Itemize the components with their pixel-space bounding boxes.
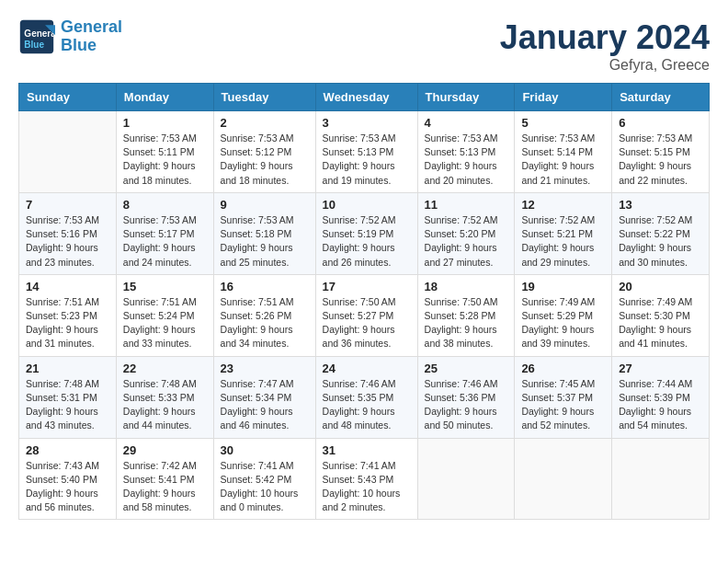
day-cell: 13Sunrise: 7:52 AM Sunset: 5:22 PM Dayli…: [612, 192, 710, 274]
day-cell: 4Sunrise: 7:53 AM Sunset: 5:13 PM Daylig…: [417, 111, 515, 193]
day-cell: 11Sunrise: 7:52 AM Sunset: 5:20 PM Dayli…: [417, 192, 515, 274]
day-cell: 28Sunrise: 7:43 AM Sunset: 5:40 PM Dayli…: [19, 438, 117, 520]
day-cell: 12Sunrise: 7:52 AM Sunset: 5:21 PM Dayli…: [515, 192, 612, 274]
day-cell: [515, 438, 612, 520]
day-info: Sunrise: 7:52 AM Sunset: 5:19 PM Dayligh…: [323, 213, 411, 270]
day-info: Sunrise: 7:46 AM Sunset: 5:35 PM Dayligh…: [323, 377, 411, 433]
day-number: 21: [26, 362, 109, 375]
day-number: 27: [619, 362, 702, 375]
day-info: Sunrise: 7:53 AM Sunset: 5:15 PM Dayligh…: [619, 132, 702, 188]
day-number: 10: [323, 198, 411, 212]
day-number: 26: [521, 362, 605, 375]
day-number: 20: [619, 280, 702, 293]
day-info: Sunrise: 7:50 AM Sunset: 5:27 PM Dayligh…: [323, 295, 411, 351]
day-info: Sunrise: 7:53 AM Sunset: 5:14 PM Dayligh…: [521, 132, 605, 188]
logo-icon: General Blue: [18, 18, 55, 55]
day-info: Sunrise: 7:48 AM Sunset: 5:31 PM Dayligh…: [26, 377, 109, 433]
week-row-5: 28Sunrise: 7:43 AM Sunset: 5:40 PM Dayli…: [19, 438, 710, 520]
day-cell: 16Sunrise: 7:51 AM Sunset: 5:26 PM Dayli…: [213, 274, 315, 356]
day-info: Sunrise: 7:48 AM Sunset: 5:33 PM Dayligh…: [123, 377, 207, 433]
day-cell: 27Sunrise: 7:44 AM Sunset: 5:39 PM Dayli…: [612, 356, 710, 438]
day-info: Sunrise: 7:53 AM Sunset: 5:12 PM Dayligh…: [221, 132, 309, 188]
day-info: Sunrise: 7:53 AM Sunset: 5:13 PM Dayligh…: [323, 132, 411, 188]
page-subtitle: Gefyra, Greece: [500, 57, 710, 74]
day-number: 29: [123, 443, 207, 457]
day-cell: 9Sunrise: 7:53 AM Sunset: 5:18 PM Daylig…: [213, 192, 315, 274]
day-cell: 17Sunrise: 7:50 AM Sunset: 5:27 PM Dayli…: [315, 274, 417, 356]
day-cell: 19Sunrise: 7:49 AM Sunset: 5:29 PM Dayli…: [515, 274, 612, 356]
day-number: 9: [221, 198, 309, 212]
day-number: 11: [425, 198, 508, 212]
day-number: 25: [425, 362, 508, 375]
column-header-sunday: Sunday: [19, 84, 117, 111]
day-number: 30: [221, 443, 309, 457]
page-header: General Blue General Blue January 2024 G…: [18, 18, 710, 74]
day-number: 28: [26, 443, 109, 457]
day-info: Sunrise: 7:49 AM Sunset: 5:29 PM Dayligh…: [521, 295, 605, 351]
day-cell: 8Sunrise: 7:53 AM Sunset: 5:17 PM Daylig…: [116, 192, 213, 274]
day-info: Sunrise: 7:51 AM Sunset: 5:23 PM Dayligh…: [26, 295, 109, 351]
day-info: Sunrise: 7:41 AM Sunset: 5:42 PM Dayligh…: [221, 459, 309, 515]
day-info: Sunrise: 7:52 AM Sunset: 5:22 PM Dayligh…: [619, 213, 702, 270]
day-number: 19: [521, 280, 605, 293]
title-block: January 2024 Gefyra, Greece: [500, 18, 710, 74]
column-header-monday: Monday: [116, 84, 213, 111]
day-number: 23: [221, 362, 309, 375]
day-info: Sunrise: 7:45 AM Sunset: 5:37 PM Dayligh…: [521, 377, 605, 433]
day-number: 12: [521, 198, 605, 212]
day-cell: 22Sunrise: 7:48 AM Sunset: 5:33 PM Dayli…: [116, 356, 213, 438]
day-info: Sunrise: 7:53 AM Sunset: 5:17 PM Dayligh…: [123, 213, 207, 270]
logo-text: General Blue: [61, 18, 122, 55]
column-header-thursday: Thursday: [417, 84, 515, 111]
day-info: Sunrise: 7:50 AM Sunset: 5:28 PM Dayligh…: [425, 295, 508, 351]
day-cell: 10Sunrise: 7:52 AM Sunset: 5:19 PM Dayli…: [315, 192, 417, 274]
day-info: Sunrise: 7:46 AM Sunset: 5:36 PM Dayligh…: [425, 377, 508, 433]
day-info: Sunrise: 7:43 AM Sunset: 5:40 PM Dayligh…: [26, 459, 109, 515]
day-info: Sunrise: 7:53 AM Sunset: 5:13 PM Dayligh…: [425, 132, 508, 188]
day-cell: 23Sunrise: 7:47 AM Sunset: 5:34 PM Dayli…: [213, 356, 315, 438]
day-cell: 25Sunrise: 7:46 AM Sunset: 5:36 PM Dayli…: [417, 356, 515, 438]
day-cell: 20Sunrise: 7:49 AM Sunset: 5:30 PM Dayli…: [612, 274, 710, 356]
day-number: 3: [323, 116, 411, 130]
week-row-3: 14Sunrise: 7:51 AM Sunset: 5:23 PM Dayli…: [19, 274, 710, 356]
day-cell: 29Sunrise: 7:42 AM Sunset: 5:41 PM Dayli…: [116, 438, 213, 520]
column-header-wednesday: Wednesday: [315, 84, 417, 111]
week-row-1: 1Sunrise: 7:53 AM Sunset: 5:11 PM Daylig…: [19, 111, 710, 193]
day-number: 18: [425, 280, 508, 293]
column-header-saturday: Saturday: [612, 84, 710, 111]
day-number: 16: [221, 280, 309, 293]
day-number: 31: [323, 443, 411, 457]
day-cell: [612, 438, 710, 520]
day-number: 7: [26, 198, 109, 212]
week-row-2: 7Sunrise: 7:53 AM Sunset: 5:16 PM Daylig…: [19, 192, 710, 274]
day-cell: 15Sunrise: 7:51 AM Sunset: 5:24 PM Dayli…: [116, 274, 213, 356]
day-cell: 1Sunrise: 7:53 AM Sunset: 5:11 PM Daylig…: [116, 111, 213, 193]
day-info: Sunrise: 7:53 AM Sunset: 5:11 PM Dayligh…: [123, 132, 207, 188]
day-cell: [19, 111, 117, 193]
day-cell: 31Sunrise: 7:41 AM Sunset: 5:43 PM Dayli…: [315, 438, 417, 520]
day-info: Sunrise: 7:51 AM Sunset: 5:24 PM Dayligh…: [123, 295, 207, 351]
day-number: 14: [26, 280, 109, 293]
day-info: Sunrise: 7:52 AM Sunset: 5:21 PM Dayligh…: [521, 213, 605, 270]
day-info: Sunrise: 7:47 AM Sunset: 5:34 PM Dayligh…: [221, 377, 309, 433]
day-number: 22: [123, 362, 207, 375]
day-cell: 24Sunrise: 7:46 AM Sunset: 5:35 PM Dayli…: [315, 356, 417, 438]
day-cell: 3Sunrise: 7:53 AM Sunset: 5:13 PM Daylig…: [315, 111, 417, 193]
day-cell: 21Sunrise: 7:48 AM Sunset: 5:31 PM Dayli…: [19, 356, 117, 438]
day-cell: [417, 438, 515, 520]
day-number: 17: [323, 280, 411, 293]
day-number: 2: [221, 116, 309, 130]
day-cell: 14Sunrise: 7:51 AM Sunset: 5:23 PM Dayli…: [19, 274, 117, 356]
day-number: 24: [323, 362, 411, 375]
day-number: 4: [425, 116, 508, 130]
day-number: 1: [123, 116, 207, 130]
day-number: 6: [619, 116, 702, 130]
day-cell: 2Sunrise: 7:53 AM Sunset: 5:12 PM Daylig…: [213, 111, 315, 193]
day-info: Sunrise: 7:41 AM Sunset: 5:43 PM Dayligh…: [323, 459, 411, 515]
day-cell: 26Sunrise: 7:45 AM Sunset: 5:37 PM Dayli…: [515, 356, 612, 438]
svg-text:Blue: Blue: [24, 40, 44, 50]
day-cell: 5Sunrise: 7:53 AM Sunset: 5:14 PM Daylig…: [515, 111, 612, 193]
day-info: Sunrise: 7:53 AM Sunset: 5:16 PM Dayligh…: [26, 213, 109, 270]
column-header-friday: Friday: [515, 84, 612, 111]
page-title: January 2024: [500, 18, 710, 57]
